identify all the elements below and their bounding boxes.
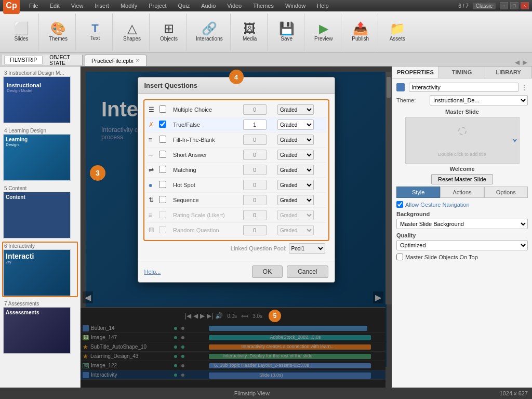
checkbox-sequence[interactable] [159, 196, 166, 203]
type-true-false[interactable]: Graded [277, 119, 314, 130]
menu-help[interactable]: Help [313, 2, 333, 10]
count-fill-blank[interactable] [243, 135, 267, 145]
count-matching[interactable] [243, 165, 267, 175]
count-random-question[interactable] [243, 225, 267, 235]
checkbox-fill-blank[interactable] [159, 136, 166, 143]
menu-audio[interactable]: Audio [197, 2, 220, 10]
row-icon-fill: ≡ [149, 136, 152, 143]
table-row: ✗ True/False Graded [147, 117, 326, 132]
themes-button[interactable]: 🎨 Themes [45, 20, 71, 44]
count-short-answer[interactable] [243, 150, 267, 160]
toolbar-group-preview: ▶ Preview [307, 14, 341, 51]
type-hot-spot[interactable]: Graded [277, 180, 314, 190]
slide-thumb-3[interactable]: 3 Instructional Design M... Instructiona… [2, 69, 78, 124]
menu-edit[interactable]: Edit [46, 2, 64, 10]
mode-selector[interactable]: Classic [473, 3, 496, 9]
tab-timing[interactable]: TIMING [439, 66, 486, 78]
menu-quiz[interactable]: Quiz [174, 2, 194, 10]
tab-filmstrip[interactable]: FILMSTRIP [4, 56, 43, 64]
type-fill-blank[interactable]: Graded [277, 135, 314, 145]
toolbar: ⬜ Slides 🎨 Themes T Text △ Shapes ⊞ Obje… [0, 11, 532, 53]
tab-library[interactable]: LIBRARY [485, 66, 532, 78]
properties-menu-icon[interactable]: ⋮ [521, 83, 528, 91]
count-multiple-choice[interactable] [243, 104, 267, 115]
media-button[interactable]: 🖼 Media [237, 20, 263, 44]
checkbox-rating-scale[interactable] [159, 211, 166, 218]
slide-thumb-5[interactable]: 5 Content Content [2, 184, 78, 240]
interactivity-name-row: ⋮ [396, 83, 528, 92]
interactivity-name-input[interactable] [409, 83, 518, 92]
slides-button[interactable]: ⬜ Slides [8, 20, 34, 44]
toolbar-group-assets: 📁 Assets [380, 14, 415, 51]
checkbox-random-question[interactable] [159, 226, 166, 233]
publish-button[interactable]: 📤 Publish [348, 20, 374, 44]
master-slide-preview[interactable]: Double click to add title [405, 117, 520, 164]
tab-style[interactable]: Style [396, 187, 440, 198]
quality-section-label: Quality [396, 232, 528, 238]
title-bar: Cp File Edit View Insert Modify Project … [0, 0, 532, 11]
slide-thumb-4[interactable]: 4 Learning Design Learning Design [2, 126, 78, 182]
count-true-false[interactable] [243, 119, 267, 130]
pool-select[interactable]: Pool1 [289, 243, 325, 254]
background-select[interactable]: Master Slide Background [396, 219, 528, 229]
menu-file[interactable]: File [25, 2, 43, 10]
theme-select[interactable]: Instructional_De... [430, 95, 528, 105]
menu-project[interactable]: Project [144, 2, 170, 10]
tab-properties[interactable]: PROPERTIES [392, 66, 439, 78]
checkbox-hot-spot[interactable] [159, 181, 166, 188]
cancel-button[interactable]: Cancel [287, 265, 328, 278]
type-random-question[interactable]: Graded [277, 225, 314, 235]
close-btn[interactable]: × [521, 2, 529, 9]
type-sequence[interactable]: Graded [277, 195, 314, 205]
maximize-btn[interactable]: □ [510, 2, 518, 9]
menu-view[interactable]: View [67, 2, 88, 10]
menu-video[interactable]: Video [223, 2, 246, 10]
interactions-button[interactable]: 🔗 Interactions [193, 20, 226, 44]
master-objects-checkbox[interactable] [396, 254, 403, 260]
allow-gesture-checkbox[interactable] [396, 201, 403, 208]
type-short-answer[interactable]: Graded [277, 150, 314, 160]
row-icon-seq: ⇅ [149, 196, 154, 204]
interactions-label: Interactions [196, 36, 223, 42]
close-tab-icon[interactable]: ✕ [136, 58, 140, 63]
tab-object-state[interactable]: OBJECT STATE [44, 53, 80, 68]
objects-icon: ⊞ [164, 22, 174, 35]
shapes-button[interactable]: △ Shapes [119, 20, 145, 44]
menu-modify[interactable]: Modify [116, 2, 141, 10]
scroll-right-icon[interactable]: ▶ [521, 59, 529, 66]
reset-master-btn[interactable]: Reset Master Slide [431, 174, 493, 184]
menu-window[interactable]: Window [281, 2, 310, 10]
menu-insert[interactable]: Insert [90, 2, 113, 10]
type-multiple-choice[interactable]: Graded [277, 104, 314, 115]
objects-label: Objects [160, 36, 178, 42]
checkbox-matching[interactable] [159, 166, 166, 173]
menu-themes[interactable]: Themes [249, 2, 278, 10]
count-sequence[interactable] [243, 195, 267, 205]
slide-thumb-7[interactable]: 7 Assessments Assessments [2, 299, 78, 355]
ok-button[interactable]: OK [252, 265, 283, 278]
preview-icon: ▶ [319, 22, 328, 35]
type-rating-scale[interactable]: Graded [277, 210, 314, 220]
table-row: ☰ Multiple Choice Grade [147, 102, 326, 117]
properties-content: ⋮ Theme: Instructional_De... Master Slid… [392, 78, 532, 267]
scroll-left-icon[interactable]: ◀ [513, 59, 521, 66]
save-button[interactable]: 💾 Save [274, 20, 300, 44]
main-tab[interactable]: PracticeFile.cptx ✕ [85, 55, 147, 66]
type-matching[interactable]: Graded [277, 165, 314, 175]
objects-button[interactable]: ⊞ Objects [156, 20, 182, 44]
help-link[interactable]: Help... [144, 269, 161, 275]
preview-button[interactable]: ▶ Preview [311, 20, 337, 44]
insert-questions-dialog: 4 Insert Questions ☰ [138, 77, 335, 283]
assets-button[interactable]: 📁 Assets [384, 20, 410, 44]
minimize-btn[interactable]: − [500, 2, 508, 9]
tab-options[interactable]: Options [484, 187, 528, 198]
tab-actions[interactable]: Actions [440, 187, 484, 198]
checkbox-short-answer[interactable] [159, 151, 166, 158]
quality-select[interactable]: Optimized [396, 240, 528, 250]
checkbox-true-false[interactable] [159, 121, 166, 128]
checkbox-multiple-choice[interactable] [159, 105, 166, 113]
slide-thumb-6[interactable]: 6 Interactivity Interacti vity [2, 242, 78, 297]
count-rating-scale[interactable] [243, 210, 267, 220]
text-button[interactable]: T Text [82, 21, 108, 43]
count-hot-spot[interactable] [243, 180, 267, 190]
